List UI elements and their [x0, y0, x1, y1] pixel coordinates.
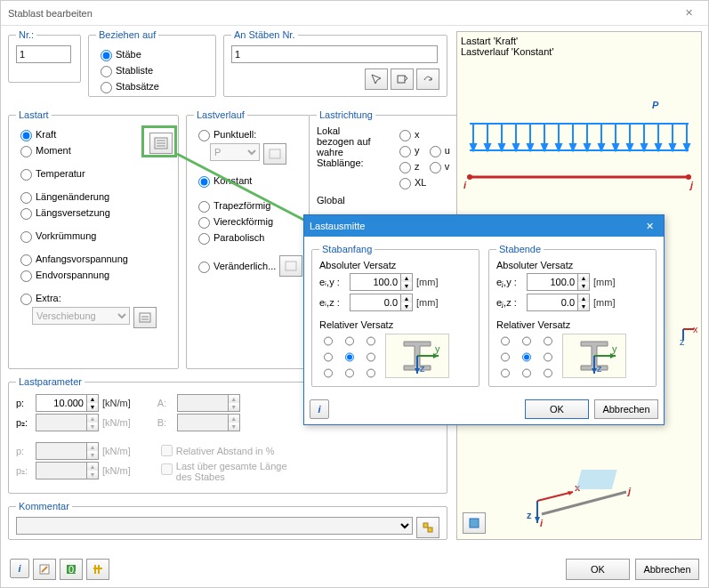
svg-text:j: j [626, 486, 632, 496]
close-icon[interactable]: ✕ [676, 7, 701, 19]
edit-button[interactable] [33, 559, 56, 580]
modal-cancel-button[interactable]: Abbrechen [594, 399, 658, 419]
radio-x[interactable] [399, 130, 411, 141]
svg-marker-32 [627, 144, 632, 150]
radio-viereck[interactable] [198, 217, 210, 229]
radio-stabsaetze[interactable] [101, 82, 112, 93]
radio-temperatur[interactable] [20, 169, 32, 181]
svg-marker-14 [499, 144, 504, 150]
lastart-excentricity-button[interactable] [149, 133, 173, 154]
svg-point-43 [467, 174, 472, 180]
svg-marker-36 [656, 144, 661, 150]
ejy-input[interactable] [527, 273, 578, 291]
veraend-edit-button [279, 255, 302, 277]
ejz-spin[interactable]: ▲▼ [577, 294, 590, 311]
3d-axis-icon: x z i j [511, 452, 644, 532]
radio-z[interactable] [399, 162, 411, 173]
b-input [177, 414, 229, 431]
svg-rect-1 [140, 313, 150, 322]
punkt-select: P [210, 143, 260, 161]
p1-input[interactable] [36, 394, 87, 412]
nr-input[interactable] [16, 45, 71, 63]
calc-button[interactable]: 0.00 [60, 559, 83, 580]
modal-close-icon[interactable]: ✕ [641, 221, 658, 232]
legend-lastart: Lastart [16, 109, 52, 120]
modal-help-button[interactable]: i [310, 399, 329, 419]
main-help-button[interactable]: i [10, 559, 29, 578]
svg-marker-30 [613, 144, 618, 150]
radio-extra[interactable] [20, 294, 32, 305]
group-lastverlauf: Lastverlauf Punktuell: P Konstant Trapez… [186, 109, 310, 369]
radio-laenge[interactable] [20, 192, 32, 204]
svg-text:z: z [527, 510, 532, 520]
punkt-edit-button [263, 143, 286, 165]
eiz-spin[interactable]: ▲▼ [400, 294, 413, 311]
load-diagram-icon: P i j [461, 93, 697, 190]
svg-rect-4 [286, 262, 296, 270]
svg-line-53 [542, 492, 626, 514]
radio-staebe[interactable] [101, 50, 112, 61]
extra-edit-button[interactable] [133, 307, 157, 328]
units-button[interactable] [86, 559, 109, 580]
ejy-spin[interactable]: ▲▼ [577, 273, 590, 291]
extra-select: Verschiebung [32, 307, 130, 325]
radio-y[interactable] [399, 146, 411, 157]
ejz-input[interactable] [527, 294, 578, 311]
radio-kraft[interactable] [20, 130, 32, 141]
preview-refresh-button[interactable] [463, 512, 486, 534]
eiy-input[interactable] [350, 273, 401, 291]
p4-input [36, 462, 87, 479]
chk-gesamt [161, 463, 173, 475]
radio-veraend[interactable] [198, 262, 210, 273]
main-cancel-button[interactable]: Abbrechen [635, 559, 699, 580]
radio-laengsv[interactable] [20, 208, 32, 220]
global-label-1: Global [317, 195, 450, 205]
radio-v[interactable] [430, 162, 441, 173]
svg-marker-18 [528, 144, 533, 150]
radio-endv[interactable] [20, 270, 32, 282]
radio-moment[interactable] [20, 146, 32, 157]
pick-member-button[interactable] [365, 68, 388, 90]
radio-vorkr[interactable] [20, 231, 32, 243]
legend-lastverlauf: Lastverlauf [194, 109, 247, 120]
radio-punktuell[interactable] [198, 130, 210, 141]
import-button[interactable] [391, 68, 414, 90]
a-input [177, 394, 229, 412]
modal-ok-button[interactable]: OK [525, 399, 589, 419]
mini-axis-icon: x z [680, 326, 697, 352]
rel-grid-end[interactable] [496, 333, 555, 379]
p3-input [36, 442, 87, 460]
svg-text:y: y [612, 343, 617, 354]
modal-lastausmitte: Lastausmitte ✕ Stabanfang Absoluter Vers… [303, 214, 665, 425]
kommentar-lib-button[interactable] [416, 517, 439, 538]
kommentar-select[interactable] [16, 517, 413, 535]
section-icon-end: y z [562, 334, 626, 378]
main-ok-button[interactable]: OK [566, 559, 630, 580]
anstab-input[interactable] [231, 45, 438, 63]
radio-anfangsv[interactable] [20, 254, 32, 266]
radio-u[interactable] [430, 146, 441, 157]
window-title: Stablast bearbeiten [8, 8, 676, 19]
radio-trapez[interactable] [198, 201, 210, 213]
legend-nr: Nr.: [16, 29, 36, 40]
radio-konstant[interactable] [198, 176, 210, 188]
group-nr: Nr.: [8, 29, 81, 83]
eiz-input[interactable] [350, 294, 401, 311]
modal-titlebar: Lastausmitte ✕ [304, 215, 664, 237]
rel-grid-start[interactable] [319, 333, 378, 379]
svg-marker-28 [599, 144, 604, 150]
p1-spin[interactable]: ▲▼ [86, 394, 99, 412]
radio-stabliste[interactable] [101, 66, 112, 77]
svg-text:i: i [463, 180, 467, 190]
svg-text:P: P [652, 100, 659, 110]
radio-xl[interactable] [399, 178, 411, 189]
clear-button[interactable] [416, 68, 439, 90]
svg-text:x: x [693, 326, 697, 334]
radio-parabol[interactable] [198, 233, 210, 245]
eiy-spin[interactable]: ▲▼ [400, 273, 413, 291]
titlebar: Stablast bearbeiten ✕ [1, 1, 708, 26]
svg-marker-12 [485, 144, 490, 150]
svg-rect-6 [428, 528, 432, 532]
legend-anstab: An Stäben Nr. [231, 29, 298, 40]
svg-rect-0 [398, 76, 405, 83]
